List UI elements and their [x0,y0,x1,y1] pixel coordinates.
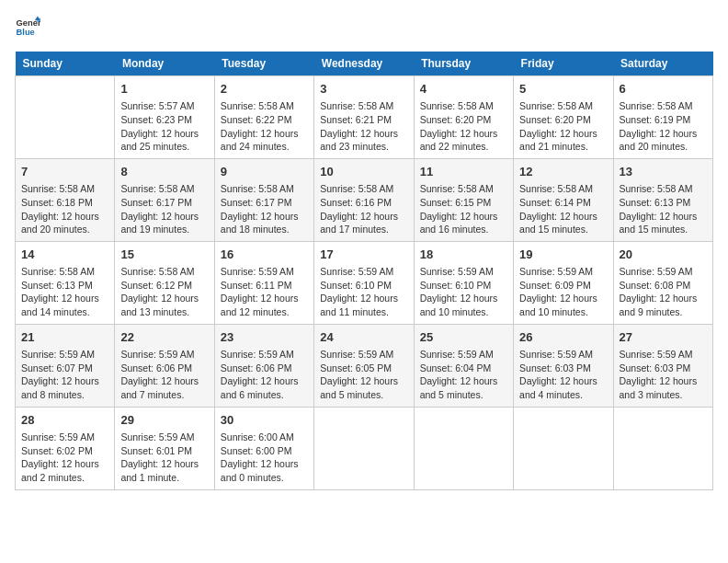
calendar-cell: 28Sunrise: 5:59 AMSunset: 6:02 PMDayligh… [16,407,115,489]
calendar-cell: 15Sunrise: 5:58 AMSunset: 6:12 PMDayligh… [115,241,214,324]
day-number: 4 [420,81,507,98]
day-info: Sunrise: 5:59 AMSunset: 6:02 PMDaylight:… [21,431,108,485]
header-friday: Friday [514,52,613,76]
day-info: Sunrise: 5:59 AMSunset: 6:01 PMDaylight:… [120,431,208,485]
day-number: 16 [221,247,308,263]
header-monday: Monday [115,52,214,76]
day-info: Sunrise: 5:59 AMSunset: 6:03 PMDaylight:… [620,348,707,402]
day-number: 23 [221,329,308,346]
header-tuesday: Tuesday [214,52,313,76]
calendar-cell: 14Sunrise: 5:58 AMSunset: 6:13 PMDayligh… [16,241,115,324]
day-info: Sunrise: 5:58 AMSunset: 6:21 PMDaylight:… [320,99,407,154]
calendar-cell: 19Sunrise: 5:59 AMSunset: 6:09 PMDayligh… [514,241,613,324]
header-saturday: Saturday [613,52,712,76]
day-number: 8 [120,164,208,180]
day-number: 28 [21,412,108,429]
day-info: Sunrise: 5:59 AMSunset: 6:04 PMDaylight:… [420,348,507,402]
day-number: 15 [120,247,208,263]
day-info: Sunrise: 5:58 AMSunset: 6:16 PMDaylight:… [320,182,407,236]
day-info: Sunrise: 5:57 AMSunset: 6:23 PMDaylight:… [120,99,208,154]
calendar-cell [314,407,414,489]
calendar-cell: 27Sunrise: 5:59 AMSunset: 6:03 PMDayligh… [613,324,712,407]
week-row-4: 21Sunrise: 5:59 AMSunset: 6:07 PMDayligh… [16,324,713,407]
day-info: Sunrise: 5:58 AMSunset: 6:12 PMDaylight:… [120,265,208,319]
header-thursday: Thursday [414,52,513,76]
calendar-cell [514,407,613,489]
day-number: 18 [420,247,507,263]
svg-text:Blue: Blue [17,28,35,37]
header-sunday: Sunday [16,52,115,76]
day-number: 29 [120,412,208,429]
calendar-cell: 25Sunrise: 5:59 AMSunset: 6:04 PMDayligh… [414,324,513,407]
calendar-cell: 30Sunrise: 6:00 AMSunset: 6:00 PMDayligh… [214,407,313,489]
calendar-cell: 24Sunrise: 5:59 AMSunset: 6:05 PMDayligh… [314,324,414,407]
day-number: 22 [120,329,208,346]
day-info: Sunrise: 5:59 AMSunset: 6:09 PMDaylight:… [519,265,607,319]
week-row-5: 28Sunrise: 5:59 AMSunset: 6:02 PMDayligh… [16,407,713,489]
day-number: 20 [620,247,707,263]
day-number: 25 [420,329,507,346]
calendar-cell: 21Sunrise: 5:59 AMSunset: 6:07 PMDayligh… [16,324,115,407]
day-info: Sunrise: 5:58 AMSunset: 6:22 PMDaylight:… [221,99,308,154]
day-info: Sunrise: 5:58 AMSunset: 6:19 PMDaylight:… [620,99,707,154]
calendar-cell: 29Sunrise: 5:59 AMSunset: 6:01 PMDayligh… [115,407,214,489]
header-wednesday: Wednesday [314,52,414,76]
day-info: Sunrise: 5:59 AMSunset: 6:06 PMDaylight:… [120,348,208,402]
day-info: Sunrise: 5:58 AMSunset: 6:13 PMDaylight:… [620,182,707,236]
day-info: Sunrise: 5:59 AMSunset: 6:06 PMDaylight:… [221,348,308,402]
day-number: 13 [620,164,707,180]
week-row-1: 1Sunrise: 5:57 AMSunset: 6:23 PMDaylight… [16,76,713,159]
day-number: 12 [519,164,607,180]
day-info: Sunrise: 5:59 AMSunset: 6:08 PMDaylight:… [620,265,707,319]
calendar-cell: 22Sunrise: 5:59 AMSunset: 6:06 PMDayligh… [115,324,214,407]
header: General Blue [15,15,713,40]
logo-icon: General Blue [15,15,40,40]
calendar-cell [16,76,115,159]
calendar-header-row: SundayMondayTuesdayWednesdayThursdayFrid… [16,52,713,76]
day-number: 5 [519,81,607,98]
day-number: 30 [221,412,308,429]
day-info: Sunrise: 5:58 AMSunset: 6:20 PMDaylight:… [420,99,507,154]
day-number: 11 [420,164,507,180]
day-number: 19 [519,247,607,263]
calendar-cell: 2Sunrise: 5:58 AMSunset: 6:22 PMDaylight… [214,76,313,159]
calendar-cell [613,407,712,489]
day-info: Sunrise: 6:00 AMSunset: 6:00 PMDaylight:… [221,431,308,485]
week-row-2: 7Sunrise: 5:58 AMSunset: 6:18 PMDaylight… [16,158,713,241]
calendar-cell: 10Sunrise: 5:58 AMSunset: 6:16 PMDayligh… [314,158,414,241]
day-number: 21 [21,329,108,346]
day-info: Sunrise: 5:58 AMSunset: 6:13 PMDaylight:… [21,265,108,319]
day-info: Sunrise: 5:59 AMSunset: 6:05 PMDaylight:… [320,348,407,402]
calendar-cell: 6Sunrise: 5:58 AMSunset: 6:19 PMDaylight… [613,76,712,159]
calendar-cell: 4Sunrise: 5:58 AMSunset: 6:20 PMDaylight… [414,76,513,159]
day-number: 10 [320,164,407,180]
day-info: Sunrise: 5:58 AMSunset: 6:17 PMDaylight:… [120,182,208,236]
calendar-cell: 13Sunrise: 5:58 AMSunset: 6:13 PMDayligh… [613,158,712,241]
day-number: 1 [120,81,208,98]
day-info: Sunrise: 5:59 AMSunset: 6:10 PMDaylight:… [420,265,507,319]
day-info: Sunrise: 5:59 AMSunset: 6:03 PMDaylight:… [519,348,607,402]
logo: General Blue [15,15,40,40]
day-number: 3 [320,81,407,98]
day-number: 7 [21,164,108,180]
day-number: 26 [519,329,607,346]
calendar-cell: 9Sunrise: 5:58 AMSunset: 6:17 PMDaylight… [214,158,313,241]
calendar-cell: 26Sunrise: 5:59 AMSunset: 6:03 PMDayligh… [514,324,613,407]
calendar-cell: 5Sunrise: 5:58 AMSunset: 6:20 PMDaylight… [514,76,613,159]
day-number: 14 [21,247,108,263]
calendar-table: SundayMondayTuesdayWednesdayThursdayFrid… [15,52,713,490]
day-info: Sunrise: 5:59 AMSunset: 6:10 PMDaylight:… [320,265,407,319]
day-info: Sunrise: 5:58 AMSunset: 6:14 PMDaylight:… [519,182,607,236]
calendar-cell: 11Sunrise: 5:58 AMSunset: 6:15 PMDayligh… [414,158,513,241]
day-info: Sunrise: 5:58 AMSunset: 6:18 PMDaylight:… [21,182,108,236]
day-info: Sunrise: 5:58 AMSunset: 6:17 PMDaylight:… [221,182,308,236]
day-number: 6 [620,81,707,98]
calendar-cell: 16Sunrise: 5:59 AMSunset: 6:11 PMDayligh… [214,241,313,324]
day-info: Sunrise: 5:59 AMSunset: 6:07 PMDaylight:… [21,348,108,402]
calendar-cell: 7Sunrise: 5:58 AMSunset: 6:18 PMDaylight… [16,158,115,241]
calendar-cell: 3Sunrise: 5:58 AMSunset: 6:21 PMDaylight… [314,76,414,159]
day-info: Sunrise: 5:59 AMSunset: 6:11 PMDaylight:… [221,265,308,319]
day-number: 17 [320,247,407,263]
calendar-cell: 1Sunrise: 5:57 AMSunset: 6:23 PMDaylight… [115,76,214,159]
calendar-cell: 12Sunrise: 5:58 AMSunset: 6:14 PMDayligh… [514,158,613,241]
